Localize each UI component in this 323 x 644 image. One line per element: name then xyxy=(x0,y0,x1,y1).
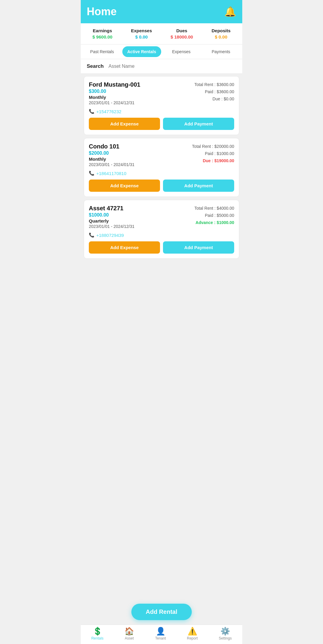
rental-card: Asset 47271 $1000.00 Quarterly 2023/01/0… xyxy=(84,200,239,259)
stat-deposits: Deposits $ 0.00 xyxy=(212,28,231,39)
dues-label: Dues xyxy=(170,28,193,33)
paid-amount: Paid : $1000.00 xyxy=(192,150,234,157)
rental-price: $1000.00 xyxy=(89,212,135,218)
rental-dates: 2023/03/01 - 2024/01/31 xyxy=(89,162,135,167)
search-bar: Search xyxy=(81,59,242,74)
expenses-value: $ 0.00 xyxy=(131,34,152,39)
phone-icon: 📞 xyxy=(89,109,95,114)
rental-price: $2000.00 xyxy=(89,151,135,156)
rental-card-header: Asset 47271 $1000.00 Quarterly 2023/01/0… xyxy=(89,205,234,229)
deposits-label: Deposits xyxy=(212,28,231,33)
add-expense-button[interactable]: Add Expense xyxy=(89,241,160,254)
dues-value: $ 18000.00 xyxy=(170,34,193,39)
search-input[interactable] xyxy=(109,64,236,69)
rental-actions: Add Expense Add Payment xyxy=(89,118,234,130)
rental-frequency: Monthly xyxy=(89,95,140,100)
rental-dates: 2023/01/01 - 2024/12/31 xyxy=(89,100,140,105)
stat-expenses: Expenses $ 0.00 xyxy=(131,28,152,39)
stats-bar: Earnings $ 9600.00 Expenses $ 0.00 Dues … xyxy=(81,23,242,45)
stat-earnings: Earnings $ 9600.00 xyxy=(92,28,112,39)
header: Home 🔔 xyxy=(81,0,242,23)
total-rent: Total Rent : $3600.00 xyxy=(194,81,234,88)
rental-info-left: Asset 47271 $1000.00 Quarterly 2023/01/0… xyxy=(89,205,135,229)
rental-actions: Add Expense Add Payment xyxy=(89,180,234,192)
rental-card: Ford Mustang-001 $300.00 Monthly 2023/01… xyxy=(84,76,239,135)
phone-icon: 📞 xyxy=(89,232,95,238)
rental-phone[interactable]: 📞 +154776232 xyxy=(89,109,234,114)
rental-info-right: Total Rent : $4000.00 Paid : $5000.00 Ad… xyxy=(194,205,234,226)
deposits-value: $ 0.00 xyxy=(212,34,231,39)
rental-dates: 2023/01/01 - 2024/12/31 xyxy=(89,224,135,229)
due-amount: Due : $19000.00 xyxy=(192,157,234,165)
rental-card-header: Condo 101 $2000.00 Monthly 2023/03/01 - … xyxy=(89,143,234,167)
content-area: Ford Mustang-001 $300.00 Monthly 2023/01… xyxy=(81,76,242,322)
tab-past-rentals[interactable]: Past Rentals xyxy=(83,46,122,57)
rental-card: Condo 101 $2000.00 Monthly 2023/03/01 - … xyxy=(84,138,239,197)
page-title: Home xyxy=(87,5,117,18)
add-payment-button[interactable]: Add Payment xyxy=(163,118,234,130)
rental-info-right: Total Rent : $20000.00 Paid : $1000.00 D… xyxy=(192,143,234,164)
rental-card-header: Ford Mustang-001 $300.00 Monthly 2023/01… xyxy=(89,81,234,105)
rental-info-right: Total Rent : $3600.00 Paid : $3600.00 Du… xyxy=(194,81,234,102)
rental-info-left: Condo 101 $2000.00 Monthly 2023/03/01 - … xyxy=(89,143,135,167)
tabs: Past Rentals Active Rentals Expenses Pay… xyxy=(81,45,242,59)
total-rent: Total Rent : $4000.00 xyxy=(194,205,234,212)
rental-info-left: Ford Mustang-001 $300.00 Monthly 2023/01… xyxy=(89,81,140,105)
stat-dues: Dues $ 18000.00 xyxy=(170,28,193,39)
add-payment-button[interactable]: Add Payment xyxy=(163,180,234,192)
advance-amount: Advance : $1000.00 xyxy=(194,219,234,226)
rental-price: $300.00 xyxy=(89,89,140,94)
earnings-value: $ 9600.00 xyxy=(92,34,112,39)
search-label: Search xyxy=(87,63,104,69)
phone-number: +1880729439 xyxy=(96,233,124,238)
tab-expenses[interactable]: Expenses xyxy=(162,46,201,57)
paid-amount: Paid : $3600.00 xyxy=(194,88,234,96)
tab-payments[interactable]: Payments xyxy=(202,46,241,57)
rental-actions: Add Expense Add Payment xyxy=(89,241,234,254)
award-icon: 🔔 xyxy=(224,6,236,17)
add-expense-button[interactable]: Add Expense xyxy=(89,180,160,192)
expenses-label: Expenses xyxy=(131,28,152,33)
add-expense-button[interactable]: Add Expense xyxy=(89,118,160,130)
earnings-label: Earnings xyxy=(92,28,112,33)
phone-icon: 📞 xyxy=(89,171,95,176)
phone-number: +18641170810 xyxy=(96,171,127,176)
rental-name: Ford Mustang-001 xyxy=(89,81,140,88)
add-payment-button[interactable]: Add Payment xyxy=(163,241,234,254)
rental-phone[interactable]: 📞 +18641170810 xyxy=(89,171,234,176)
tab-active-rentals[interactable]: Active Rentals xyxy=(122,46,162,57)
rental-frequency: Quarterly xyxy=(89,218,135,223)
rental-frequency: Monthly xyxy=(89,157,135,162)
rental-name: Condo 101 xyxy=(89,143,135,150)
rental-phone[interactable]: 📞 +1880729439 xyxy=(89,232,234,238)
total-rent: Total Rent : $20000.00 xyxy=(192,143,234,150)
due-amount: Due : $0.00 xyxy=(194,96,234,103)
paid-amount: Paid : $5000.00 xyxy=(194,212,234,219)
rental-name: Asset 47271 xyxy=(89,205,135,212)
phone-number: +154776232 xyxy=(96,109,121,114)
